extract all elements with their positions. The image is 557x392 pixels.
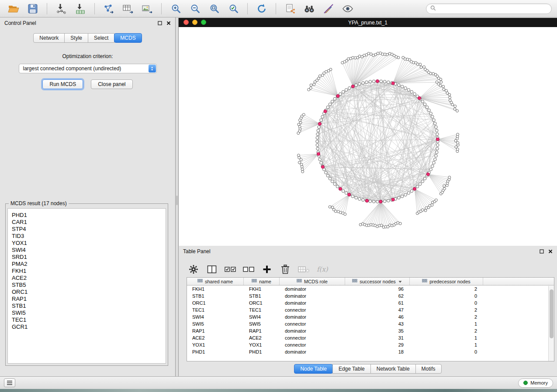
network-node[interactable]	[326, 106, 329, 109]
import-table-button[interactable]	[72, 2, 89, 16]
cell-predecessor-nodes[interactable]: 0	[410, 292, 483, 299]
network-node[interactable]	[321, 115, 324, 118]
network-node[interactable]	[300, 158, 302, 161]
tab-mcds[interactable]: MCDS	[114, 33, 142, 43]
mcds-dominator-node[interactable]	[413, 187, 416, 190]
network-node[interactable]	[372, 200, 375, 203]
mcds-result-item[interactable]: YOX1	[12, 240, 162, 247]
cell-mcds-role[interactable]: dominator	[280, 327, 345, 334]
window-minimize-icon[interactable]	[192, 20, 197, 25]
save-session-button[interactable]	[24, 2, 41, 16]
new-network-button[interactable]	[100, 2, 117, 16]
network-node[interactable]	[376, 200, 379, 203]
network-node[interactable]	[435, 126, 438, 129]
mcds-result-item[interactable]: TEC1	[12, 316, 162, 323]
cell-successor-nodes[interactable]: 31	[345, 334, 410, 341]
cell-successor-nodes[interactable]: 96	[345, 285, 410, 292]
mcds-dominator-node[interactable]	[391, 82, 394, 85]
cell-mcds-role[interactable]: dominator	[280, 285, 345, 292]
window-close-icon[interactable]	[183, 20, 189, 25]
network-node[interactable]	[331, 100, 334, 103]
network-node[interactable]	[423, 177, 426, 180]
table-settings-button[interactable]	[187, 263, 200, 276]
network-node[interactable]	[348, 87, 351, 90]
network-node[interactable]	[421, 180, 424, 183]
table-row[interactable]: FKH1FKH1dominator962	[187, 285, 554, 292]
network-node[interactable]	[457, 133, 459, 136]
cell-predecessor-nodes[interactable]: 2	[410, 285, 483, 292]
network-node[interactable]	[453, 108, 456, 110]
network-node[interactable]	[320, 162, 323, 165]
network-node[interactable]	[436, 144, 439, 147]
network-node[interactable]	[431, 115, 434, 118]
network-node[interactable]	[320, 119, 323, 122]
network-node[interactable]	[435, 155, 438, 158]
mcds-dominator-node[interactable]	[418, 96, 421, 100]
network-node[interactable]	[440, 81, 443, 83]
network-node[interactable]	[443, 185, 446, 187]
network-node[interactable]	[434, 122, 437, 125]
network-node[interactable]	[398, 84, 401, 87]
table-row[interactable]: SWI5SWI5connector431	[187, 320, 554, 327]
float-table-panel-icon[interactable]	[540, 249, 544, 254]
mcds-result-item[interactable]: ORC1	[12, 289, 162, 296]
export-table-button[interactable]	[120, 2, 136, 16]
cell-shared-name[interactable]: SWI4	[187, 313, 244, 320]
run-mcds-button[interactable]: Run MCDS	[42, 79, 83, 89]
cell-successor-nodes[interactable]: 18	[345, 348, 410, 355]
network-node[interactable]	[341, 62, 344, 64]
network-node[interactable]	[428, 109, 431, 112]
find-button[interactable]	[301, 2, 318, 16]
network-node[interactable]	[449, 99, 451, 102]
cell-name[interactable]: SWI5	[244, 320, 280, 327]
network-node[interactable]	[431, 165, 434, 168]
network-canvas[interactable]	[179, 27, 557, 246]
mcds-dominator-node[interactable]	[426, 173, 429, 176]
mcds-result-list[interactable]: PHD1CAR1STP4TID3YOX1SWI4SRD1PMA2FKH1ACE2…	[7, 208, 166, 364]
cell-predecessor-nodes[interactable]: 1	[410, 320, 483, 327]
export-image-button[interactable]	[139, 2, 156, 16]
network-node[interactable]	[358, 83, 361, 86]
cell-mcds-role[interactable]: dominator	[280, 348, 345, 355]
cell-successor-nodes[interactable]: 47	[345, 306, 410, 313]
column-header-mcds-role[interactable]: MCDS role	[280, 278, 345, 285]
cell-mcds-role[interactable]: connector	[280, 341, 345, 348]
tab-network[interactable]: Network	[33, 33, 65, 43]
network-node[interactable]	[333, 97, 336, 100]
network-node[interactable]	[432, 162, 436, 165]
network-node[interactable]	[401, 195, 404, 198]
network-node[interactable]	[435, 129, 438, 132]
mcds-dominator-node[interactable]	[379, 200, 382, 203]
network-node[interactable]	[369, 200, 372, 203]
mcds-dominator-node[interactable]	[351, 85, 354, 88]
cell-successor-nodes[interactable]: 43	[345, 320, 410, 327]
cell-shared-name[interactable]: STB1	[187, 292, 244, 299]
network-node[interactable]	[424, 209, 427, 212]
network-node[interactable]	[401, 85, 404, 88]
graphics-details-button[interactable]	[339, 2, 356, 16]
mcds-dominator-node[interactable]	[391, 198, 394, 201]
network-node[interactable]	[445, 89, 448, 92]
network-node[interactable]	[426, 106, 429, 109]
mcds-result-item[interactable]: PMA2	[12, 261, 162, 268]
cell-mcds-role[interactable]: connector	[280, 320, 345, 327]
table-row[interactable]: YOX1YOX1connector291	[187, 341, 554, 348]
network-node[interactable]	[420, 66, 422, 69]
splitter-grip-icon[interactable]	[176, 196, 178, 205]
network-node[interactable]	[383, 200, 386, 203]
mcds-dominator-node[interactable]	[376, 79, 379, 83]
network-node[interactable]	[399, 222, 401, 225]
network-node[interactable]	[362, 199, 365, 202]
network-node[interactable]	[435, 199, 437, 201]
table-row[interactable]: STB1STB1dominator620	[187, 292, 554, 299]
cell-shared-name[interactable]: ORC1	[187, 299, 244, 306]
network-node[interactable]	[345, 89, 348, 92]
network-node[interactable]	[432, 72, 435, 75]
cell-name[interactable]: YOX1	[244, 341, 280, 348]
table-row[interactable]: RAP1RAP1dominator352	[187, 327, 554, 334]
mcds-result-item[interactable]: RAP1	[12, 296, 162, 303]
network-node[interactable]	[443, 88, 445, 91]
network-node[interactable]	[404, 87, 407, 90]
network-node[interactable]	[342, 90, 345, 93]
network-node[interactable]	[345, 192, 348, 195]
